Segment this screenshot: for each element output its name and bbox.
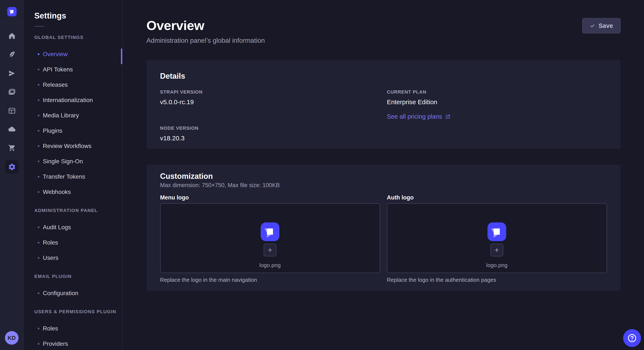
subnav-title-rule (34, 26, 44, 26)
field-label: CURRENT PLAN (387, 89, 607, 95)
upload-hint: Replace the logo in the authentication p… (387, 276, 607, 283)
bullet-icon (38, 161, 40, 162)
rail-nav (0, 24, 24, 174)
section-label: GLOBAL SETTINGS (34, 35, 122, 40)
rail-divider-bottom (0, 326, 24, 326)
section-administration-panel: ADMINISTRATION PANEL Audit Logs Roles Us… (24, 208, 122, 266)
strapi-logo-icon (261, 222, 280, 241)
scrollbar-thumb[interactable] (121, 48, 122, 64)
upload-label: Menu logo (160, 194, 380, 201)
details-card: Details STRAPI VERSION v5.0.0-rc.19 CURR… (146, 60, 620, 149)
plus-icon (267, 247, 273, 253)
page-subtitle: Administration panel’s global informatio… (146, 36, 620, 45)
strapi-logo-icon (488, 222, 506, 241)
gear-icon (8, 163, 16, 171)
strapi-logo-icon (7, 7, 16, 16)
strapi-logo[interactable] (7, 7, 16, 16)
field-value: v5.0.0-rc.19 (160, 98, 380, 106)
section-users-permissions-plugin: USERS & PERMISSIONS PLUGIN Roles Provide… (24, 309, 122, 350)
rail-item-content-manager[interactable] (5, 104, 18, 117)
field-value: Enterprise Edition (387, 98, 607, 106)
section-email-plugin: EMAIL PLUGIN Configuration (24, 274, 122, 301)
field-label: STRAPI VERSION (160, 89, 380, 95)
rail-item-media-library[interactable] (5, 85, 18, 99)
add-logo-button[interactable] (490, 244, 503, 256)
bullet-icon (38, 53, 40, 55)
cart-icon (8, 144, 16, 152)
app-root: KD Settings GLOBAL SETTINGS Overview API… (0, 0, 644, 350)
bullet-icon (38, 242, 40, 243)
subnav-item-audit-logs[interactable]: Audit Logs (24, 220, 122, 235)
check-icon (590, 23, 595, 28)
help-button[interactable] (623, 329, 641, 347)
bullet-icon (38, 84, 40, 86)
main-content: Overview Administration panel’s global i… (123, 0, 644, 350)
field-label: NODE VERSION (160, 125, 380, 131)
rail-item-content-builder[interactable] (5, 48, 18, 61)
subnav-item-releases[interactable]: Releases (24, 77, 122, 93)
section-label: EMAIL PLUGIN (34, 274, 122, 279)
subnav-item-plugins[interactable]: Plugins (24, 123, 122, 138)
pricing-plans-link[interactable]: See all pricing plans (387, 113, 451, 120)
rail-item-settings[interactable] (5, 160, 18, 174)
external-link-icon (445, 114, 451, 120)
section-global-settings: GLOBAL SETTINGS Overview API Tokens Rele… (24, 35, 122, 200)
pictures-icon (8, 88, 16, 96)
field-strapi-version: STRAPI VERSION v5.0.0-rc.19 (160, 89, 380, 120)
question-mark-icon (627, 333, 637, 343)
subnav-item-admin-roles[interactable]: Roles (24, 235, 122, 250)
upload-label: Auth logo (387, 194, 607, 201)
menu-logo-dropzone[interactable]: logo.png (160, 203, 380, 273)
save-button[interactable]: Save (582, 18, 620, 33)
subnav-item-internationalization[interactable]: Internationalization (24, 93, 122, 108)
plus-icon (494, 247, 500, 253)
rail-item-cloud[interactable] (5, 123, 18, 136)
page-header: Overview Administration panel’s global i… (146, 0, 620, 45)
bullet-icon (38, 191, 40, 193)
subnav-item-review-workflows[interactable]: Review Workflows (24, 138, 122, 154)
section-label: USERS & PERMISSIONS PLUGIN (34, 309, 122, 315)
menu-logo-upload: Menu logo (160, 194, 380, 283)
bullet-icon (38, 176, 40, 177)
main-nav-rail: KD (0, 0, 24, 350)
subnav-item-media-library[interactable]: Media Library (24, 108, 122, 123)
logo-filename: logo.png (260, 262, 281, 269)
field-current-plan: CURRENT PLAN Enterprise Edition See all … (387, 89, 607, 120)
field-node-version: NODE VERSION v18.20.3 (160, 125, 380, 142)
cloud-icon (8, 126, 16, 134)
feather-icon (8, 51, 16, 59)
bullet-icon (38, 292, 40, 294)
bullet-icon (38, 130, 40, 132)
customization-card: Customization Max dimension: 750×750, Ma… (146, 165, 620, 291)
subnav-item-single-sign-on[interactable]: Single Sign-On (24, 154, 122, 169)
subnav-item-admin-users[interactable]: Users (24, 250, 122, 266)
section-label: ADMINISTRATION PANEL (34, 208, 122, 213)
add-logo-button[interactable] (264, 244, 276, 256)
subnav-item-overview[interactable]: Overview (24, 47, 122, 62)
logo-filename: logo.png (486, 262, 508, 269)
rail-item-marketplace[interactable] (5, 142, 18, 155)
subnav-item-webhooks[interactable]: Webhooks (24, 184, 122, 200)
subnav-item-up-roles[interactable]: Roles (24, 321, 122, 336)
bullet-icon (38, 99, 40, 101)
customization-title: Customization (160, 172, 607, 181)
user-avatar[interactable]: KD (5, 331, 18, 345)
auth-logo-dropzone[interactable]: logo.png (387, 203, 607, 273)
subnav-item-transfer-tokens[interactable]: Transfer Tokens (24, 169, 122, 184)
subnav-item-api-tokens[interactable]: API Tokens (24, 62, 122, 77)
bullet-icon (38, 226, 40, 228)
logo-preview (261, 222, 280, 241)
subnav-sections: GLOBAL SETTINGS Overview API Tokens Rele… (24, 35, 122, 350)
rail-item-deploy[interactable] (5, 67, 18, 80)
customization-constraints: Max dimension: 750×750, Max file size: 1… (160, 181, 607, 189)
details-title: Details (160, 72, 607, 81)
home-icon (8, 32, 16, 40)
subnav-item-up-providers[interactable]: Providers (24, 336, 122, 350)
layout-icon (8, 107, 16, 115)
bullet-icon (38, 328, 40, 329)
subnav-item-email-configuration[interactable]: Configuration (24, 286, 122, 301)
subnav-title: Settings (34, 11, 122, 20)
field-value: v18.20.3 (160, 134, 380, 142)
auth-logo-upload: Auth logo (387, 194, 607, 283)
rail-item-home[interactable] (5, 29, 18, 42)
